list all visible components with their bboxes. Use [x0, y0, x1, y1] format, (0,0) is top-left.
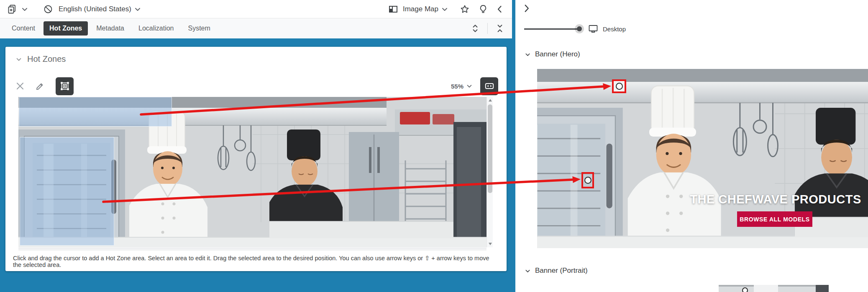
language-chevron-down-icon[interactable] — [131, 3, 144, 15]
hot-zone-area-1[interactable] — [19, 97, 172, 127]
panel-divider — [512, 0, 515, 292]
device-width-slider[interactable] — [524, 23, 587, 34]
delete-zone-icon[interactable] — [14, 80, 26, 92]
section-chevron-down-icon — [525, 268, 531, 274]
view-mode-selector-label[interactable]: Image Map — [403, 5, 438, 13]
view-mode-chevron-down-icon[interactable] — [438, 3, 451, 15]
hot-zones-help-text: Click and drag the cursor to add a Hot Z… — [13, 255, 498, 268]
zoom-level-dropdown[interactable]: 55% — [451, 83, 473, 90]
image-map-layout-icon — [387, 3, 399, 15]
navigate-back-chevron-left-icon[interactable] — [494, 3, 506, 15]
banner-portrait-section-header[interactable]: Banner (Portrait) — [525, 267, 588, 275]
hero-banner-image — [537, 69, 868, 248]
zone-anchor-dot — [584, 177, 591, 184]
expand-sections-icon[interactable] — [469, 22, 481, 35]
section-label: Banner (Hero) — [535, 50, 580, 58]
banner-hero-section-header[interactable]: Banner (Hero) — [525, 50, 580, 58]
hot-zones-section-header[interactable]: Hot Zones — [15, 54, 66, 64]
hot-zones-card: Hot Zones — [5, 47, 507, 271]
browse-all-models-button[interactable]: BROWSE ALL MODELS — [737, 211, 812, 227]
scroll-up-icon[interactable] — [487, 97, 493, 104]
preview-panel: Desktop Banner (Hero) THE CHEFWAVE PRODU… — [515, 0, 868, 292]
zone-anchor-dot — [616, 83, 623, 90]
hot-zone-area-2[interactable] — [20, 137, 114, 246]
content-item-icon[interactable] — [6, 3, 18, 15]
canvas-horizontal-scrollbar[interactable] — [18, 248, 486, 251]
item-menu-chevron-down-icon[interactable] — [18, 3, 31, 15]
section-label: Banner (Portrait) — [535, 267, 588, 275]
editor-tabs: Content Hot Zones Metadata Localization … — [0, 18, 512, 38]
hot-zone-marker-1[interactable] — [612, 79, 626, 93]
section-chevron-down-icon — [525, 51, 531, 58]
tab-system[interactable]: System — [182, 21, 216, 36]
fit-to-width-button[interactable] — [480, 77, 498, 95]
tab-metadata[interactable]: Metadata — [90, 21, 130, 36]
language-selector-label[interactable]: English (United States) — [59, 5, 131, 13]
hot-zone-canvas[interactable] — [18, 97, 486, 247]
zoom-level-value: 55% — [451, 83, 463, 90]
language-icon[interactable] — [42, 3, 54, 15]
collapse-sections-icon[interactable] — [494, 22, 506, 35]
zoom-chevron-down-icon — [466, 83, 473, 89]
canvas-scrollbar[interactable] — [486, 97, 493, 247]
banner-portrait-preview — [719, 285, 829, 292]
lightbulb-icon[interactable] — [477, 3, 489, 15]
slider-thumb[interactable] — [577, 26, 582, 31]
banner-hero-preview: THE CHEFWAVE PRODUCTS BROWSE ALL MODELS — [537, 69, 868, 248]
editor-panel: English (United States) Image Map — [0, 0, 512, 292]
collapse-preview-chevron-right-icon[interactable] — [520, 2, 533, 15]
device-size-controls: Desktop — [524, 23, 626, 34]
zone-anchor-dot — [742, 287, 748, 292]
tab-localization[interactable]: Localization — [133, 21, 180, 36]
card-title: Hot Zones — [27, 54, 66, 64]
hot-zone-marker-2[interactable] — [581, 172, 594, 188]
editor-topbar: English (United States) Image Map — [0, 0, 512, 18]
desktop-monitor-icon — [587, 23, 599, 35]
scrollbar-thumb[interactable] — [488, 104, 492, 193]
hero-banner-title: THE CHEFWAVE PRODUCTS — [688, 193, 863, 206]
section-chevron-down-icon — [15, 56, 22, 63]
image-map-editor-app: English (United States) Image Map — [0, 0, 868, 292]
scroll-down-icon[interactable] — [487, 241, 493, 247]
edit-pencil-icon[interactable] — [34, 80, 46, 92]
add-hot-zone-tool-button[interactable] — [56, 77, 74, 95]
tab-hot-zones[interactable]: Hot Zones — [44, 21, 88, 36]
favorite-star-icon[interactable] — [458, 3, 471, 15]
hot-zones-toolbar: 55% — [14, 76, 498, 96]
tab-content[interactable]: Content — [6, 21, 41, 36]
device-label: Desktop — [603, 25, 626, 33]
